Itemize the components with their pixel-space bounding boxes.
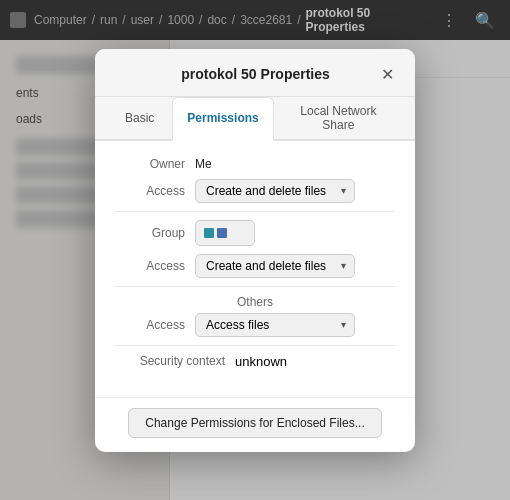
owner-access-row: Access Create and delete files ▾ [115,179,395,203]
others-access-dropdown[interactable]: Access files ▾ [195,313,355,337]
modal-close-button[interactable]: ✕ [376,63,399,86]
divider-3 [115,345,395,346]
security-row: Security context unknown [115,354,395,369]
group-access-label: Access [115,259,185,273]
security-label: Security context [115,354,225,368]
owner-row: Owner Me [115,157,395,171]
tab-permissions[interactable]: Permissions [172,97,273,141]
owner-access-dropdown[interactable]: Create and delete files ▾ [195,179,355,203]
owner-value: Me [195,157,212,171]
group-row: Group [115,220,395,246]
group-dropdown-arrow: ▾ [341,260,346,271]
security-value: unknown [235,354,287,369]
modal-titlebar: protokol 50 Properties ✕ [95,49,415,97]
divider-1 [115,211,395,212]
properties-modal: protokol 50 Properties ✕ Basic Permissio… [95,49,415,452]
group-access-value: Create and delete files [206,259,326,273]
tab-local-network[interactable]: Local Network Share [278,97,399,139]
modal-body: Owner Me Access Create and delete files … [95,141,415,397]
modal-tabs: Basic Permissions Local Network Share [95,97,415,141]
change-permissions-button[interactable]: Change Permissions for Enclosed Files... [128,408,381,438]
group-access-row: Access Create and delete files ▾ [115,254,395,278]
modal-overlay: protokol 50 Properties ✕ Basic Permissio… [0,0,510,500]
others-access-label: Access [115,318,185,332]
divider-2 [115,286,395,287]
group-access-dropdown[interactable]: Create and delete files ▾ [195,254,355,278]
owner-access-value: Create and delete files [206,184,326,198]
others-access-value: Access files [206,318,269,332]
owner-label: Owner [115,157,185,171]
others-dropdown-arrow: ▾ [341,319,346,330]
owner-access-label: Access [115,184,185,198]
others-section-label: Others [115,295,395,309]
group-preview [195,220,255,246]
group-dot-blue [217,228,227,238]
owner-dropdown-arrow: ▾ [341,185,346,196]
others-access-row: Access Access files ▾ [115,313,395,337]
modal-footer: Change Permissions for Enclosed Files... [95,397,415,452]
modal-title: protokol 50 Properties [135,66,376,82]
tab-basic[interactable]: Basic [111,97,168,139]
group-dot-teal [204,228,214,238]
group-label: Group [115,226,185,240]
